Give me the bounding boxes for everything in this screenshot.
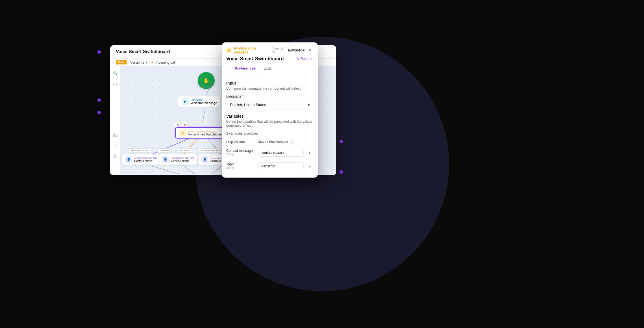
rename-button[interactable]: ✎ Rename — [297, 57, 313, 61]
exit-label-2: Translate — [158, 148, 171, 153]
language-label: Language * — [226, 94, 313, 98]
var1-map-cell: contact reason transcript none — [258, 146, 313, 160]
variables-desc: Define the variables that will be popula… — [226, 120, 313, 128]
svg-point-9 — [228, 49, 230, 51]
assignment1-icon: 👤 — [125, 156, 132, 163]
main-area: Voice Smart Switchboard Draft Version 2 … — [110, 45, 336, 184]
connect-icon: 👤 — [201, 156, 208, 163]
code-icon[interactable]: { } — [111, 80, 119, 88]
powered-by-label: Powered by — [272, 47, 286, 53]
close-button[interactable]: × — [307, 47, 313, 54]
decorative-dot-2 — [97, 98, 101, 102]
variables-title: Variables — [226, 114, 313, 118]
detail-panel-header: Analyze voice message Powered by NAVIGAT… — [222, 42, 318, 76]
detail-panel-title: Voice Smart Switchboard — [226, 56, 284, 62]
svg-line-1 — [203, 108, 205, 122]
search-icon[interactable]: 🔍 — [111, 69, 119, 77]
analyze-node[interactable]: ◈ Analyze voice message Voice Smart Swit… — [175, 127, 227, 139]
zoom-out-icon[interactable]: － — [111, 163, 119, 171]
variables-table: Step variable Map to flow variable i — [226, 138, 313, 173]
var1-name: Contact message — [226, 149, 258, 153]
version-selector[interactable]: Version 2 ▾ — [130, 61, 147, 64]
var1-select[interactable]: contact reason transcript none — [258, 149, 304, 157]
col-step-variable: Step variable — [226, 138, 258, 146]
play-audio-node[interactable]: ▶ Play audio Welcome message — [178, 96, 221, 107]
input-section: Input Configure the language the compone… — [226, 81, 313, 109]
play-icon: ▶ — [182, 98, 188, 105]
tab-preferences[interactable]: Preferences — [231, 64, 260, 73]
canvas-sidebar: 🔍 { } 📖 ＋ ⊡ － — [110, 66, 120, 174]
meta-label: Analyze voice message — [234, 46, 269, 54]
info-icon[interactable]: i — [290, 140, 294, 144]
detail-meta: Analyze voice message Powered by NAVIGAT… — [226, 46, 313, 54]
incoming-call-label: ⚡ Incoming call — [151, 61, 175, 64]
start-node-label: Incoming call Initial step — [186, 83, 226, 89]
var2-map-cell: contact reason transcript none — [258, 159, 313, 173]
exit-labels-container: Talk with a doctor Translate No match Sc… — [129, 148, 226, 153]
tab-exits[interactable]: Exits — [260, 64, 275, 73]
detail-panel: Analyze voice message Powered by NAVIGAT… — [222, 42, 318, 178]
svg-line-7 — [204, 165, 222, 174]
input-title: Input — [226, 81, 313, 85]
flow-panel-title: Voice Smart Switchboard — [116, 49, 170, 54]
variables-count: 2 variables available: — [226, 131, 313, 135]
language-select[interactable]: English, United States English, United K… — [226, 100, 313, 109]
decorative-dot-4 — [340, 140, 343, 143]
title-row: Voice Smart Switchboard ✎ Rename — [226, 56, 313, 62]
meta-icon — [226, 48, 232, 53]
col-map-variable: Map to flow variable i — [258, 138, 313, 146]
exit-label-1: Talk with a doctor — [129, 148, 150, 153]
language-select-wrapper: English, United States English, United K… — [226, 100, 313, 109]
decorative-dot-3 — [97, 111, 101, 114]
variable-row-1: Contact message String contact reason tr… — [226, 146, 313, 160]
book-icon[interactable]: 📖 — [111, 131, 119, 139]
decorative-dot-1 — [97, 50, 101, 54]
analyze-icon: ◈ — [179, 130, 186, 136]
fit-icon[interactable]: ⊡ — [111, 152, 119, 160]
var1-name-cell: Contact message String — [226, 146, 258, 160]
var1-select-wrapper: contact reason transcript none — [258, 149, 313, 157]
var2-type: String — [226, 166, 258, 169]
edit-node-btn[interactable]: ✎ — [175, 122, 181, 128]
assignment2-node[interactable]: 👤 Assignment and dial Generic queue — [158, 154, 197, 165]
node-action-buttons: ✎ 🗑 — [175, 122, 188, 128]
var2-name-cell: Topic String — [226, 159, 258, 173]
delete-node-btn[interactable]: 🗑 — [182, 122, 188, 128]
var2-select[interactable]: contact reason transcript none — [258, 162, 304, 170]
svg-line-5 — [150, 165, 204, 174]
navigator-label: NAVIGATOR — [288, 49, 304, 52]
var1-type: String — [226, 153, 258, 156]
variables-section: Variables Define the variables that will… — [226, 114, 313, 173]
panel-content: Input Configure the language the compone… — [222, 76, 318, 178]
input-desc: Configure the language the component wil… — [226, 87, 313, 90]
variable-row-2: Topic String contact reason transcript n… — [226, 159, 313, 173]
assignment1-node[interactable]: 👤 Assignment and dial Doctors queue — [121, 154, 161, 165]
zoom-in-icon[interactable]: ＋ — [111, 142, 119, 150]
svg-line-6 — [183, 165, 204, 174]
decorative-dot-5 — [340, 170, 343, 174]
var2-name: Topic — [226, 162, 258, 166]
draft-badge: Draft — [116, 60, 127, 64]
var2-select-wrapper: contact reason transcript none — [258, 162, 313, 170]
assignment2-icon: 👤 — [162, 156, 169, 163]
exit-label-3: No match — [178, 148, 192, 153]
tabs-container: Preferences Exits — [226, 64, 313, 73]
